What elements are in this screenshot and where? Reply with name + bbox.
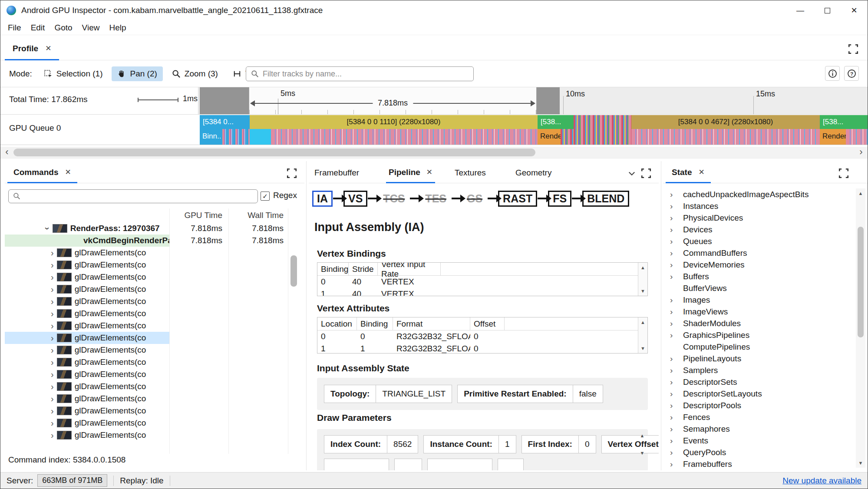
commands-search-input[interactable]	[8, 189, 258, 203]
chevron-right-icon[interactable]: ›	[670, 307, 673, 316]
table-scrollbar[interactable]: ▲▼	[638, 317, 647, 353]
column-header-wall-time[interactable]: Wall Time	[228, 208, 288, 222]
column-header[interactable]: Location	[317, 317, 357, 330]
chevron-right-icon[interactable]: ›	[670, 272, 673, 281]
tab-textures[interactable]: Textures	[455, 162, 486, 183]
gpu-queue-track[interactable]: [5384 0... Binn... [5384 0 0 1110] (2280…	[198, 115, 868, 145]
gpu-span[interactable]: [5384 0 0 1110] (2280x1080)	[250, 115, 538, 145]
list-item[interactable]: ›Queues	[663, 235, 855, 247]
chevron-right-icon[interactable]: ›	[670, 261, 673, 269]
mode-button-zoom[interactable]: Zoom (3)	[166, 66, 224, 81]
gpu-span[interactable]: [5384 0... Binn...	[200, 115, 250, 145]
column-header[interactable]: Binding	[357, 317, 393, 330]
list-item[interactable]: ›ShaderModules	[663, 317, 855, 329]
mode-button-selection[interactable]: Selection (1)	[38, 66, 109, 81]
list-item[interactable]: ›DescriptorPools	[663, 400, 855, 411]
pipeline-stage-tes[interactable]: TES	[420, 191, 451, 207]
command-row[interactable]: ›glDrawElements(co	[5, 405, 288, 417]
close-icon[interactable]: ✕	[698, 168, 704, 177]
chevron-right-icon[interactable]: ›	[51, 346, 54, 354]
chevron-right-icon[interactable]: ›	[51, 370, 54, 379]
chevron-down-icon[interactable]: ›	[43, 227, 52, 230]
command-row[interactable]: ›glDrawElements(co	[5, 429, 288, 441]
chevron-right-icon[interactable]: ›	[670, 460, 673, 469]
list-item[interactable]: ›CommandBuffers	[663, 247, 855, 259]
chevron-down-icon[interactable]	[627, 169, 636, 178]
tab-geometry[interactable]: Geometry	[515, 162, 551, 183]
list-item[interactable]: ›DescriptorSets	[663, 376, 855, 388]
gpu-span-stripes[interactable]	[574, 115, 631, 145]
command-row[interactable]: vkCmdBeginRenderPass7.818ms7.818ms	[5, 235, 288, 247]
menu-item-goto[interactable]: Goto	[50, 23, 77, 33]
column-header[interactable]: Stride	[349, 263, 378, 275]
scroll-up-icon[interactable]: ▲	[856, 188, 865, 198]
chevron-right-icon[interactable]: ›	[670, 390, 673, 398]
panel-splitter[interactable]	[661, 161, 661, 470]
scroll-down-icon[interactable]: ▼	[638, 344, 647, 353]
tab-commands[interactable]: Commands ✕	[7, 162, 77, 183]
fullscreen-icon[interactable]	[640, 168, 652, 179]
command-row[interactable]: ›glDrawElements(co	[5, 271, 288, 283]
close-icon[interactable]: ✕	[45, 44, 51, 53]
column-header[interactable]: Offset	[470, 317, 505, 330]
close-icon[interactable]: ✕	[426, 168, 432, 177]
scroll-up-icon[interactable]: ▲	[637, 431, 647, 440]
list-item[interactable]: ›Fences	[663, 411, 855, 423]
command-row[interactable]: ›glDrawElements(co	[5, 259, 288, 271]
pipeline-stage-blend[interactable]: BLEND	[582, 191, 629, 207]
scroll-right-icon[interactable]: ›	[855, 147, 867, 158]
menu-item-file[interactable]: File	[3, 23, 26, 33]
command-row[interactable]: ›glDrawElements(co	[5, 320, 288, 332]
column-header[interactable]: Format	[393, 317, 470, 330]
chevron-right-icon[interactable]: ›	[51, 358, 54, 367]
command-row[interactable]: ›glDrawElements(co	[5, 393, 288, 405]
column-header[interactable]: Vertex Input Rate	[378, 263, 441, 275]
maximize-button[interactable]	[814, 0, 841, 20]
list-item[interactable]: ›QueryPools	[663, 446, 855, 458]
command-row[interactable]: ›glDrawElements(co	[5, 307, 288, 320]
scrollbar-thumb[interactable]	[290, 255, 297, 287]
tab-pipeline[interactable]: Pipeline✕	[386, 162, 435, 183]
pipeline-stage-tcs[interactable]: TCS	[378, 191, 409, 207]
scroll-down-icon[interactable]: ▼	[638, 286, 647, 296]
scroll-up-icon[interactable]: ▲	[638, 317, 647, 327]
pipeline-stage-gs[interactable]: GS	[462, 191, 487, 207]
close-button[interactable]: ✕	[841, 0, 868, 20]
tab-profile[interactable]: Profile ✕	[5, 38, 59, 60]
list-item[interactable]: ›PhysicalDevices	[663, 212, 855, 224]
card-scrollbar[interactable]: ▲ ▼	[637, 429, 647, 470]
list-item[interactable]: ›DeviceMemories	[663, 259, 855, 271]
list-item[interactable]: ›ImageViews	[663, 306, 855, 317]
list-item[interactable]: ›BufferViews	[663, 282, 855, 294]
tab-state[interactable]: State ✕	[666, 162, 711, 183]
table-row[interactable]: 11R32G32B32_SFLOAT0	[317, 343, 647, 354]
state-scrollbar[interactable]: ▲ ▼	[856, 188, 865, 468]
pipeline-stage-ia[interactable]: IA	[312, 191, 333, 207]
command-row[interactable]: ›glDrawElements(co	[5, 332, 288, 344]
command-row[interactable]: ›glDrawElements(co	[5, 295, 288, 307]
chevron-right-icon[interactable]: ›	[670, 448, 673, 457]
list-item[interactable]: ›PipelineLayouts	[663, 353, 855, 364]
mode-button-pan[interactable]: Pan (2)	[112, 66, 162, 81]
table-row[interactable]: 040VERTEX	[317, 276, 647, 288]
chevron-right-icon[interactable]: ›	[51, 273, 54, 281]
column-header-gpu-time[interactable]: GPU Time	[169, 208, 228, 222]
timeline-ruler[interactable]: 5ms 7.818ms 10ms 15ms	[198, 87, 868, 114]
scroll-down-icon[interactable]: ▼	[856, 458, 865, 468]
list-item[interactable]: ›DescriptorSetLayouts	[663, 388, 855, 400]
chevron-right-icon[interactable]: ›	[670, 378, 673, 387]
chevron-right-icon[interactable]: ›	[51, 431, 54, 439]
gpu-span[interactable]: [5384 0 0 4672] (2280x1080)	[631, 115, 820, 145]
timeline-selection[interactable]: 5ms 7.818ms	[249, 87, 537, 114]
list-item[interactable]: ›GraphicsPipelines	[663, 329, 855, 341]
panel-splitter[interactable]	[306, 161, 307, 470]
command-row[interactable]: ›glDrawElements(co	[5, 344, 288, 356]
chevron-right-icon[interactable]: ›	[51, 406, 54, 415]
help-button[interactable]: ?	[844, 66, 859, 81]
gpu-span[interactable]: [538... Render	[820, 115, 868, 145]
chevron-right-icon[interactable]: ›	[670, 425, 673, 433]
chevron-right-icon[interactable]: ›	[51, 248, 54, 257]
chevron-right-icon[interactable]: ›	[670, 401, 673, 410]
fullscreen-icon[interactable]	[838, 168, 849, 179]
chevron-right-icon[interactable]: ›	[51, 394, 54, 403]
